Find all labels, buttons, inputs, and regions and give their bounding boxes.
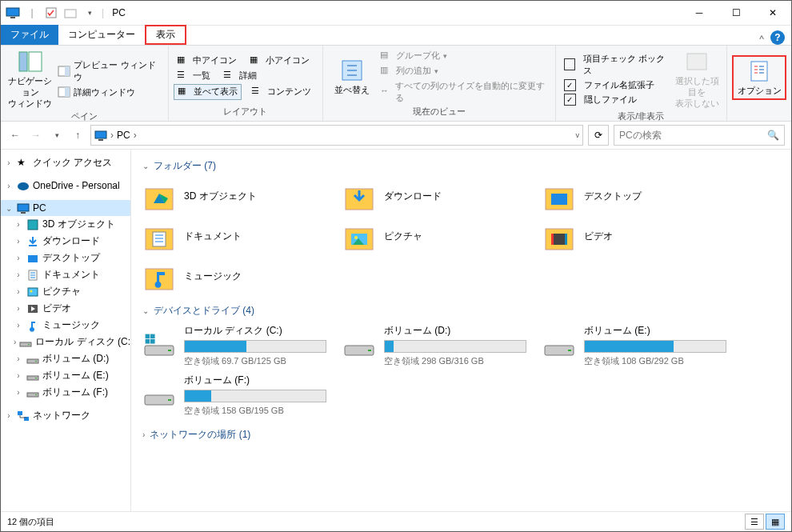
item-checkboxes-toggle[interactable]: 項目チェック ボックス bbox=[561, 52, 673, 78]
content-icon: ☰ bbox=[251, 86, 264, 98]
refresh-button[interactable]: ⟳ bbox=[588, 125, 609, 146]
tree-item-icon bbox=[26, 319, 39, 332]
folder-item[interactable]: 3D オブジェクト bbox=[142, 179, 326, 213]
folder-item[interactable]: ピクチャ bbox=[342, 219, 526, 253]
tree-item[interactable]: ›ダウンロード bbox=[1, 233, 130, 250]
layout-medium-icons[interactable]: ▦中アイコン bbox=[174, 54, 240, 68]
close-button[interactable]: ✕ bbox=[754, 1, 791, 25]
nav-pane-button[interactable]: ナビゲーション ウィンドウ bbox=[6, 47, 54, 110]
tree-onedrive[interactable]: ›OneDrive - Personal bbox=[1, 178, 130, 194]
preview-pane-icon bbox=[58, 65, 70, 78]
folder-icon bbox=[142, 219, 176, 253]
svg-rect-27 bbox=[28, 344, 30, 345]
forward-button[interactable]: → bbox=[28, 127, 44, 143]
details-icon: ☰ bbox=[223, 70, 236, 82]
ribbon-group-layout: ▦中アイコン ▦小アイコン ☰一覧 ☰詳細 ▦並べて表示 ☰コンテンツ レイアウ… bbox=[169, 46, 323, 121]
back-button[interactable]: ← bbox=[7, 127, 23, 143]
tiles-view-button[interactable]: ▦ bbox=[766, 514, 785, 530]
group-header-folders[interactable]: ⌄フォルダー (7) bbox=[142, 159, 780, 173]
folder-icon bbox=[142, 179, 176, 213]
options-button[interactable]: オプション bbox=[732, 55, 786, 100]
preview-pane-button[interactable]: プレビュー ウィンドウ bbox=[54, 58, 162, 84]
properties-icon[interactable] bbox=[44, 6, 58, 20]
tree-quick-access[interactable]: ›★クイック アクセス bbox=[1, 154, 130, 171]
svg-rect-17 bbox=[21, 212, 26, 214]
drive-item[interactable]: ボリューム (F:)空き領域 158 GB/195 GB bbox=[142, 374, 326, 417]
breadcrumb-chevron-icon[interactable]: › bbox=[134, 130, 137, 141]
drive-item[interactable]: ローカル ディスク (C:)空き領域 69.7 GB/125 GB bbox=[142, 324, 326, 367]
folder-item[interactable]: ダウンロード bbox=[342, 179, 526, 213]
address-box[interactable]: › PC › v bbox=[90, 125, 583, 146]
folder-item[interactable]: ビデオ bbox=[542, 219, 726, 253]
collapse-ribbon-icon[interactable]: ^ bbox=[753, 34, 770, 45]
new-folder-icon[interactable] bbox=[63, 6, 78, 20]
qat-dropdown[interactable]: ▾ bbox=[82, 6, 97, 20]
layout-tiles[interactable]: ▦並べて表示 bbox=[174, 84, 242, 100]
hidden-files-toggle[interactable]: ✓隠しファイル bbox=[561, 93, 673, 106]
hide-selected-button: 選択した項目を 表示しない bbox=[673, 47, 722, 110]
tree-item-icon bbox=[26, 353, 39, 366]
search-placeholder: PCの検索 bbox=[619, 129, 662, 142]
details-pane-button[interactable]: 詳細ウィンドウ bbox=[54, 85, 162, 99]
tree-item[interactable]: ›ボリューム (F:) bbox=[1, 384, 130, 401]
address-dropdown-icon[interactable]: v bbox=[576, 131, 580, 139]
tree-item[interactable]: ›ドキュメント bbox=[1, 266, 130, 283]
layout-details[interactable]: ☰詳細 bbox=[220, 69, 260, 83]
tab-computer[interactable]: コンピューター bbox=[58, 25, 145, 45]
checkbox-checked-icon: ✓ bbox=[564, 94, 576, 106]
tree-item-icon bbox=[26, 269, 39, 282]
folder-item[interactable]: ドキュメント bbox=[142, 219, 326, 253]
maximize-button[interactable]: ☐ bbox=[718, 1, 754, 25]
svg-rect-16 bbox=[18, 204, 29, 211]
help-icon[interactable]: ? bbox=[770, 30, 785, 45]
group-by-button[interactable]: ▤グループ化 ▾ bbox=[377, 49, 550, 63]
svg-rect-51 bbox=[565, 234, 567, 245]
pc-icon bbox=[94, 129, 107, 142]
pc-icon bbox=[6, 6, 20, 20]
breadcrumb-pc[interactable]: PC bbox=[117, 130, 130, 141]
tree-pc[interactable]: ⌄PC bbox=[1, 200, 130, 216]
minimize-button[interactable]: ─ bbox=[681, 1, 718, 25]
medium-icons-icon: ▦ bbox=[177, 54, 190, 67]
pc-icon bbox=[17, 202, 30, 214]
drive-item[interactable]: ボリューム (E:)空き領域 108 GB/292 GB bbox=[542, 324, 726, 367]
tree-item[interactable]: ›3D オブジェクト bbox=[1, 216, 130, 233]
svg-rect-7 bbox=[65, 66, 70, 76]
layout-list[interactable]: ☰一覧 bbox=[174, 69, 214, 83]
folder-icon bbox=[342, 179, 376, 213]
tree-item[interactable]: ›ボリューム (D:) bbox=[1, 350, 130, 367]
tree-item[interactable]: ›ビデオ bbox=[1, 300, 130, 317]
group-header-drives[interactable]: ⌄デバイスとドライブ (4) bbox=[142, 304, 780, 318]
layout-content[interactable]: ☰コンテンツ bbox=[248, 84, 314, 100]
sort-button[interactable]: 並べ替え bbox=[328, 56, 377, 98]
svg-rect-31 bbox=[35, 378, 37, 378]
details-view-button[interactable]: ☰ bbox=[745, 514, 764, 530]
tree-item[interactable]: ›ピクチャ bbox=[1, 283, 130, 300]
svg-rect-9 bbox=[65, 87, 70, 97]
layout-small-icons[interactable]: ▦小アイコン bbox=[246, 54, 313, 68]
breadcrumb-chevron-icon[interactable]: › bbox=[110, 130, 114, 141]
tree-network[interactable]: ›ネットワーク bbox=[1, 407, 130, 424]
up-button[interactable]: ↑ bbox=[70, 127, 86, 143]
drive-item[interactable]: ボリューム (D:)空き領域 298 GB/316 GB bbox=[342, 324, 526, 367]
file-extensions-toggle[interactable]: ✓ファイル名拡張子 bbox=[561, 78, 673, 92]
recent-dropdown[interactable]: ▾ bbox=[49, 127, 65, 143]
group-header-network[interactable]: ›ネットワークの場所 (1) bbox=[142, 428, 780, 442]
window-title: PC bbox=[109, 7, 126, 18]
tree-item[interactable]: ›ボリューム (E:) bbox=[1, 367, 130, 384]
svg-rect-34 bbox=[18, 411, 22, 415]
folder-icon bbox=[542, 219, 576, 253]
svg-rect-22 bbox=[28, 288, 38, 296]
tab-view[interactable]: 表示 bbox=[145, 25, 186, 45]
autosize-columns-button: ↔すべての列のサイズを自動的に変更する bbox=[377, 79, 550, 105]
add-column-icon: ▥ bbox=[380, 65, 393, 78]
tab-file[interactable]: ファイル bbox=[1, 25, 58, 45]
tree-item[interactable]: ›ミュージック bbox=[1, 317, 130, 334]
tree-item[interactable]: ›ローカル ディスク (C:) bbox=[1, 334, 130, 350]
search-box[interactable]: PCの検索 🔍 bbox=[614, 125, 785, 146]
tree-item[interactable]: ›デスクトップ bbox=[1, 250, 130, 266]
folder-item[interactable]: デスクトップ bbox=[542, 179, 726, 213]
svg-rect-12 bbox=[751, 62, 767, 81]
folder-item[interactable]: ミュージック bbox=[142, 259, 326, 293]
tree-item-icon bbox=[19, 336, 32, 349]
